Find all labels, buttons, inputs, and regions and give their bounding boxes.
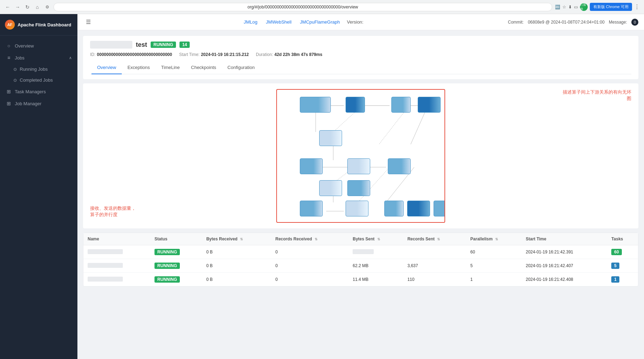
sidebar-item-overview[interactable]: ○ Overview <box>0 40 77 52</box>
tab-checkpoints[interactable]: Checkpoints <box>185 61 222 74</box>
cell-name-2 <box>83 273 150 286</box>
duration-value: 42d 22h 38m 47s 879ms <box>274 52 322 57</box>
address-bar[interactable]: org/#/job/000000000000000000000000000000… <box>53 3 552 11</box>
table-row[interactable]: RUNNING 0 B 0 11.4 MB 110 1 2024-01-19 1… <box>83 273 638 286</box>
dag-node-9[interactable] <box>319 180 342 196</box>
id-label: ID: <box>90 52 95 57</box>
dag-node-14[interactable] <box>407 201 430 216</box>
svg-line-6 <box>411 113 425 144</box>
dag-node-13[interactable] <box>384 201 404 216</box>
dag-node-15[interactable] <box>434 201 445 216</box>
cell-status-2: RUNNING <box>150 273 202 286</box>
home-button[interactable]: ⌂ <box>34 4 41 11</box>
user-avatar[interactable]: 已暂停 <box>580 3 588 11</box>
cell-bytes-sent-2: 11.4 MB <box>348 273 403 286</box>
dag-node-10[interactable] <box>347 180 370 196</box>
job-header: test RUNNING 14 ID: 00000000000000000000… <box>83 36 638 79</box>
jmwebshell-link[interactable]: JMWebShell <box>262 17 296 27</box>
hamburger-button[interactable]: ☰ <box>83 17 94 27</box>
tasks-count-1: 5 <box>611 263 619 269</box>
sidebar-job-manager-label: Job Manager <box>15 101 42 106</box>
col-name: Name <box>83 233 150 245</box>
reload-button[interactable]: ↻ <box>24 4 31 11</box>
dag-node-11[interactable] <box>300 201 323 216</box>
table-row[interactable]: RUNNING 0 B 0 60 2024-01-19 16:21:42.391… <box>83 245 638 259</box>
name-placeholder-0 <box>88 249 123 254</box>
sort-icon-bytes-received: ⇅ <box>240 237 243 241</box>
jmlog-link[interactable]: JMLog <box>240 17 262 27</box>
sidebar-item-job-manager[interactable]: ⊞ Job Manager <box>0 97 77 109</box>
translate-icon[interactable]: 🔤 <box>555 5 560 10</box>
cell-records-sent-0 <box>403 245 466 259</box>
more-menu-icon[interactable]: ⋮ <box>634 4 640 10</box>
id-value: 00000000000000000000000000000000 <box>97 52 172 57</box>
job-manager-icon: ⊞ <box>6 101 12 106</box>
dag-node-5[interactable] <box>319 130 342 146</box>
col-bytes-received[interactable]: Bytes Received ⇅ <box>202 233 271 245</box>
status-badge-1: RUNNING <box>154 263 180 269</box>
commit-label: Commit: <box>508 20 524 25</box>
col-parallelism[interactable]: Parallelism ⇅ <box>466 233 522 245</box>
sidebar-header: AF Apache Flink Dashboard <box>0 14 77 36</box>
message-label: Message: <box>609 20 627 25</box>
sort-icon-parallelism: ⇅ <box>495 237 498 241</box>
cell-tasks-2: 1 <box>607 273 638 286</box>
sort-icon-bytes-sent: ⇅ <box>377 237 380 241</box>
status-badge-2: RUNNING <box>154 276 180 283</box>
dag-section: 描述算子间上下游关系的有向无环图 <box>83 83 638 228</box>
cell-tasks-0: 60 <box>607 245 638 259</box>
bookmark-icon[interactable]: ☆ <box>562 5 566 10</box>
forward-button[interactable]: → <box>14 4 21 11</box>
dag-node-12[interactable] <box>346 201 368 216</box>
cell-records-sent-1: 3,637 <box>403 259 466 273</box>
cell-parallelism-0: 60 <box>466 245 522 259</box>
tab-overview[interactable]: Overview <box>91 61 122 74</box>
chrome-update-button[interactable]: 有新版 Chrome 可用 <box>590 3 632 11</box>
job-tasks-badge: 14 <box>179 42 190 48</box>
extensions-button[interactable]: ⚙ <box>44 4 51 11</box>
dag-node-8[interactable] <box>388 158 411 174</box>
dag-node-3[interactable] <box>391 97 411 113</box>
table-section: Name Status Bytes Received ⇅ Records Rec… <box>83 233 638 286</box>
sidebar-jobs-subsection: ⊙ Running Jobs ⊙ Completed Jobs <box>0 64 77 86</box>
sort-icon-records-sent: ⇅ <box>437 237 440 241</box>
table-row[interactable]: RUNNING 0 B 0 62.2 MB 3,637 5 2024-01-19… <box>83 259 638 273</box>
dag-node-2[interactable] <box>346 97 365 113</box>
cell-start-time-1: 2024-01-19 16:21:42.407 <box>522 259 607 273</box>
app-container: AF Apache Flink Dashboard ○ Overview ≡ J… <box>0 14 644 359</box>
sidebar-running-jobs-label: Running Jobs <box>20 67 48 72</box>
app-title: Apache Flink Dashboard <box>18 22 71 27</box>
col-records-received[interactable]: Records Received ⇅ <box>271 233 348 245</box>
sidebar-completed-jobs-label: Completed Jobs <box>20 77 53 83</box>
download-icon[interactable]: ⬇ <box>568 5 572 10</box>
screen-icon[interactable]: ▭ <box>574 5 578 10</box>
sidebar-item-running-jobs[interactable]: ⊙ Running Jobs <box>3 64 77 75</box>
data-table: Name Status Bytes Received ⇅ Records Rec… <box>83 233 638 286</box>
sidebar-item-task-managers[interactable]: ⊞ Task Managers <box>0 86 77 97</box>
job-meta: ID: 00000000000000000000000000000000 Sta… <box>90 52 631 57</box>
dag-node-6[interactable] <box>300 158 323 174</box>
sidebar-task-managers-label: Task Managers <box>15 89 46 94</box>
job-title-row: test RUNNING 14 <box>90 41 631 49</box>
jobs-expand-icon: ∧ <box>69 56 72 60</box>
sidebar: AF Apache Flink Dashboard ○ Overview ≡ J… <box>0 14 77 359</box>
col-bytes-sent[interactable]: Bytes Sent ⇅ <box>348 233 403 245</box>
job-status-badge: RUNNING <box>151 42 176 48</box>
col-start-time: Start Time <box>522 233 607 245</box>
sidebar-item-completed-jobs[interactable]: ⊙ Completed Jobs <box>3 75 77 86</box>
cell-records-received-1: 0 <box>271 259 348 273</box>
message-badge[interactable]: 0 <box>631 19 638 26</box>
app-logo: AF <box>5 20 15 30</box>
dag-node-4[interactable] <box>418 97 441 113</box>
dag-node-7[interactable] <box>347 158 370 174</box>
main-content: ☰ JMLog JMWebShell JMCpuFlameGraph Versi… <box>77 14 644 359</box>
back-button[interactable]: ← <box>4 4 11 11</box>
jmcpuflame-link[interactable]: JMCpuFlameGraph <box>296 17 344 27</box>
sidebar-item-jobs[interactable]: ≡ Jobs ∧ <box>0 52 77 64</box>
tab-timeline[interactable]: TimeLine <box>156 61 185 74</box>
dag-node-1[interactable] <box>300 97 331 113</box>
cell-bytes-received-0: 0 B <box>202 245 271 259</box>
tab-exceptions[interactable]: Exceptions <box>122 61 156 74</box>
col-records-sent[interactable]: Records Sent ⇅ <box>403 233 466 245</box>
tab-configuration[interactable]: Configuration <box>222 61 260 74</box>
